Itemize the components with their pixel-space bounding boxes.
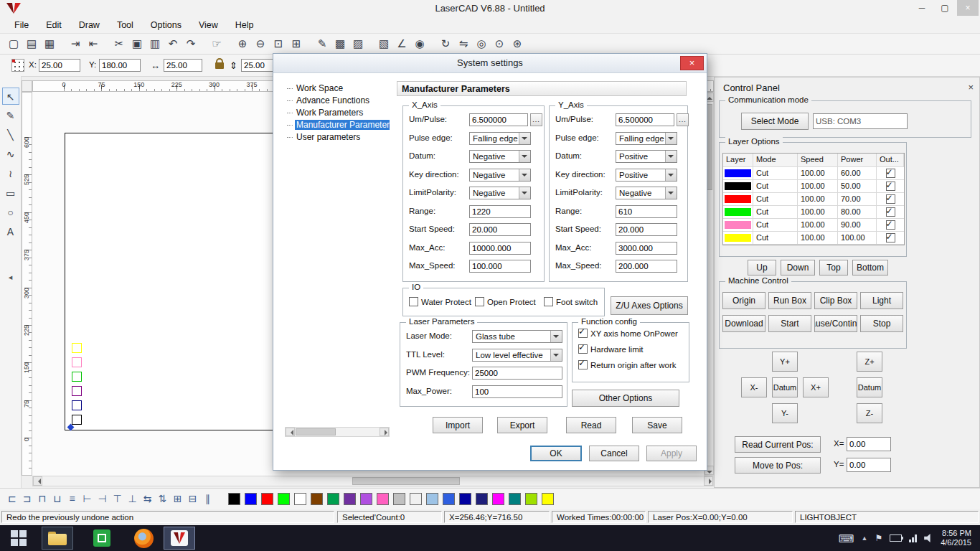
layer-row-2[interactable]: Cut100.0050.00 <box>723 180 904 193</box>
menu-item-file[interactable]: File <box>6 19 37 32</box>
layer-mode-cell[interactable]: Cut <box>753 180 798 192</box>
palette-color-14[interactable] <box>443 493 455 505</box>
x-axis-limitpolarity-select[interactable]: Negative <box>469 187 531 199</box>
y-axis-datum-select[interactable]: Positive <box>616 150 677 163</box>
x-axis-um-pulse-input[interactable] <box>469 113 528 126</box>
palette-color-13[interactable] <box>426 493 438 505</box>
tray-expand-icon[interactable]: ▲ <box>861 535 867 542</box>
layer-output-cell[interactable] <box>877 180 904 192</box>
laser-max-power-input[interactable] <box>472 385 562 398</box>
x-axis-start-speed-input[interactable] <box>469 223 531 236</box>
io-water-protect-checkbox[interactable]: Water Protect <box>409 297 471 306</box>
menu-item-draw[interactable]: Draw <box>70 19 108 32</box>
layer-color-cell[interactable] <box>723 193 753 205</box>
palette-color-12[interactable] <box>410 493 422 505</box>
dropdown-arrow-icon[interactable] <box>665 187 677 199</box>
layer-row-3[interactable]: Cut100.0070.00 <box>723 193 904 206</box>
anchor-point-icon[interactable] <box>11 59 24 72</box>
align-bottom-icon[interactable]: ⊔ <box>50 491 65 507</box>
palette-color-18[interactable] <box>509 493 521 505</box>
checkbox-icon[interactable] <box>544 297 553 306</box>
start-button[interactable]: Start <box>768 315 811 332</box>
same-width-icon[interactable]: ⊟ <box>185 491 200 507</box>
rotate-icon[interactable]: ↻ <box>438 36 453 52</box>
tree-scroll-left-icon[interactable] <box>286 428 295 436</box>
canvas-layer-square[interactable] <box>72 372 82 382</box>
y-axis-um-pulse-input[interactable] <box>616 113 674 126</box>
top-button[interactable]: Top <box>819 260 848 276</box>
layer-row-1[interactable]: Cut100.0060.00 <box>723 167 904 180</box>
line-tool[interactable]: ╲ <box>2 126 19 143</box>
layer-output-cell[interactable] <box>877 206 904 218</box>
dropdown-arrow-icon[interactable] <box>519 133 530 144</box>
y-axis-max-speed-input[interactable] <box>616 260 677 273</box>
palette-color-15[interactable] <box>459 493 471 505</box>
mirror-icon[interactable]: ⇋ <box>456 36 471 52</box>
pause-continue-button[interactable]: Pause/Continue <box>814 315 857 332</box>
x-axis-max-acc-input[interactable] <box>469 242 531 255</box>
layer-speed-cell[interactable]: 100.00 <box>798 232 838 244</box>
clock[interactable]: 8:56 PM 4/6/2015 <box>941 529 971 547</box>
light-button[interactable]: Light <box>860 292 903 309</box>
layer-mode-cell[interactable]: Cut <box>753 167 798 179</box>
layer-row-6[interactable]: Cut100.00100.00 <box>723 232 904 245</box>
layer-output-cell[interactable] <box>877 219 904 231</box>
palette-color-6[interactable] <box>311 493 323 505</box>
x-axis-datum-select[interactable]: Negative <box>469 150 531 163</box>
toolbar-collapse-icon[interactable]: ◂ <box>2 268 19 286</box>
flag-icon[interactable]: ⚑ <box>875 534 882 542</box>
jog-datum-left-button[interactable]: Datum <box>772 377 798 397</box>
y-axis-limitpolarity-select[interactable]: Negative <box>616 187 677 199</box>
jog-z-minus-button[interactable]: Z- <box>857 403 882 423</box>
width-input[interactable] <box>164 59 202 72</box>
undo-icon[interactable]: ↶ <box>165 36 181 52</box>
palette-color-9[interactable] <box>360 493 372 505</box>
same-size-icon[interactable]: ⊞ <box>170 491 185 507</box>
import-button[interactable]: Import <box>433 417 483 433</box>
start-button[interactable] <box>3 527 34 550</box>
layer-power-cell[interactable]: 60.00 <box>838 167 877 179</box>
pos-x-input[interactable] <box>847 437 891 451</box>
scroll-right-arrow-icon[interactable] <box>704 476 713 486</box>
tree-item-work-space[interactable]: Work Space <box>285 83 390 95</box>
laser-output-icon[interactable]: ⊙ <box>491 36 507 52</box>
laser-laser-mode-select[interactable]: Glass tube <box>472 330 562 343</box>
other-options-button[interactable]: Other Options <box>572 390 679 407</box>
jog-datum-right-button[interactable]: Datum <box>857 377 882 397</box>
volume-icon[interactable] <box>924 534 933 543</box>
layer-mode-cell[interactable]: Cut <box>753 193 798 205</box>
dropdown-arrow-icon[interactable] <box>519 187 530 199</box>
clip-box-button[interactable]: Clip Box <box>814 292 857 309</box>
layer-power-cell[interactable]: 80.00 <box>838 206 877 218</box>
layer-speed-cell[interactable]: 100.00 <box>798 206 838 218</box>
layer-color-cell[interactable] <box>723 180 753 192</box>
y-axis-range-input[interactable] <box>616 205 677 218</box>
y-axis-key-direction-select[interactable]: Positive <box>616 169 677 182</box>
jog-y-plus-button[interactable]: Y+ <box>772 352 798 372</box>
export-icon[interactable]: ⇤ <box>85 36 101 52</box>
canvas-layer-square[interactable] <box>72 386 82 396</box>
height-input[interactable] <box>241 59 277 72</box>
y-axis-um-pulse-browse-button[interactable]: ... <box>677 113 689 126</box>
battery-icon[interactable] <box>890 534 902 542</box>
layer-color-cell[interactable] <box>723 206 753 218</box>
layer-mode-cell[interactable]: Cut <box>753 206 798 218</box>
layer-output-checkbox-icon[interactable] <box>886 169 895 178</box>
align-right-icon[interactable]: ⊐ <box>19 491 34 507</box>
jog-y-minus-button[interactable]: Y- <box>772 403 798 423</box>
bottom-button[interactable]: Bottom <box>852 260 888 276</box>
jog-x-plus-button[interactable]: X+ <box>803 377 829 397</box>
palette-color-2[interactable] <box>245 493 257 505</box>
align-bottom-edge-icon[interactable]: ⊥ <box>125 491 140 507</box>
layer-power-cell[interactable]: 50.00 <box>838 180 877 192</box>
measure-icon[interactable]: ∠ <box>394 36 410 52</box>
align-center-icon[interactable]: ≡ <box>65 491 80 507</box>
palette-color-7[interactable] <box>327 493 339 505</box>
menu-item-help[interactable]: Help <box>227 19 263 32</box>
layer-row-4[interactable]: Cut100.0080.00 <box>723 206 904 219</box>
checkbox-icon[interactable] <box>578 360 588 369</box>
array-icon[interactable]: ▩ <box>332 36 348 52</box>
maximize-button[interactable]: ▢ <box>934 0 956 16</box>
tree-item-advance-functions[interactable]: Advance Functions <box>285 95 390 107</box>
palette-color-4[interactable] <box>278 493 290 505</box>
